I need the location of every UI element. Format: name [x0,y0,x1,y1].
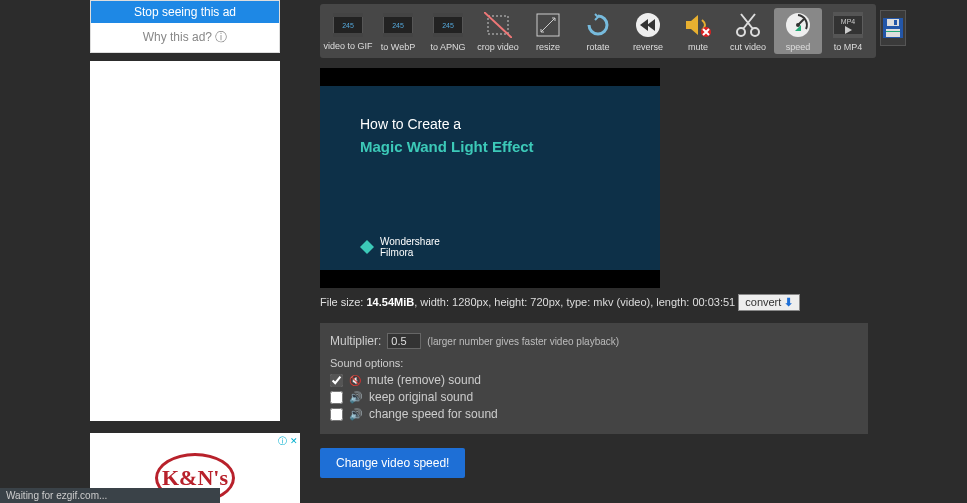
svg-rect-22 [833,12,863,16]
change-speed-sound-checkbox[interactable] [330,408,343,421]
film-icon: 245 [430,10,466,40]
mute-sound-label: mute (remove) sound [367,373,481,387]
svg-rect-27 [894,20,897,25]
svg-text:245: 245 [392,22,404,29]
speed-icon [780,10,816,40]
tool-crop[interactable]: crop video [474,8,522,54]
keep-sound-checkbox[interactable] [330,391,343,404]
svg-rect-5 [383,13,413,17]
tool-to-webp[interactable]: 245 to WebP [374,8,422,54]
ad-placeholder [90,61,280,421]
ad-dismissal-box: Stop seeing this ad Why this ad? ⓘ [90,0,280,53]
svg-rect-23 [833,34,863,38]
file-info: File size: 14.54MiB, width: 1280px, heig… [320,294,880,311]
save-button[interactable] [880,10,906,46]
speaker-icon: 🔊 [349,391,363,404]
options-panel: Multiplier: (larger number gives faster … [320,323,868,434]
tool-to-mp4[interactable]: MP4 to MP4 [824,8,872,54]
svg-rect-10 [433,33,463,37]
change-speed-sound-label: change speed for sound [369,407,498,421]
tool-cut[interactable]: cut video [724,8,772,54]
mute-icon [680,10,716,40]
resize-icon [530,10,566,40]
tool-speed[interactable]: speed [774,8,822,54]
why-this-ad-link[interactable]: Why this ad? ⓘ [91,23,279,52]
keep-sound-label: keep original sound [369,390,473,404]
multiplier-input[interactable] [387,333,421,349]
svg-rect-6 [383,33,413,37]
speaker-mute-icon: 🔇 [349,375,361,386]
svg-text:245: 245 [442,22,454,29]
svg-rect-2 [333,33,363,37]
video-preview[interactable]: How to Create a Magic Wand Light Effect … [320,68,660,288]
tool-reverse[interactable]: reverse [624,8,672,54]
sound-options-label: Sound options: [330,357,858,369]
video-title: How to Create a [360,116,620,132]
speaker-icon: 🔊 [349,408,363,421]
crop-icon [480,10,516,40]
multiplier-label: Multiplier: [330,334,381,348]
status-bar: Waiting for ezgif.com... [0,488,220,503]
video-subtitle: Magic Wand Light Effect [360,138,620,155]
tool-rotate[interactable]: rotate [574,8,622,54]
convert-button[interactable]: convert ⬇ [738,294,800,311]
tool-mute[interactable]: mute [674,8,722,54]
wondershare-logo-icon [360,240,374,254]
film-icon: 245 [380,10,416,40]
film-icon: 245 [330,10,366,40]
multiplier-hint: (larger number gives faster video playba… [427,336,619,347]
wondershare-brand: Wondershare Filmora [380,236,440,258]
save-icon [881,16,905,40]
svg-text:245: 245 [342,22,354,29]
reverse-icon [630,10,666,40]
svg-point-20 [796,23,800,27]
rotate-icon [580,10,616,40]
adchoices-icon[interactable]: ⓘ ✕ [278,435,298,448]
scissors-icon [730,10,766,40]
svg-rect-1 [333,13,363,17]
svg-rect-28 [886,29,900,37]
stop-seeing-ad-button[interactable]: Stop seeing this ad [91,1,279,23]
change-speed-button[interactable]: Change video speed! [320,448,465,478]
tool-to-apng[interactable]: 245 to APNG [424,8,472,54]
svg-rect-29 [886,31,900,32]
mp4-icon: MP4 [830,10,866,40]
mute-sound-checkbox[interactable] [330,374,343,387]
svg-rect-9 [433,13,463,17]
tool-resize[interactable]: resize [524,8,572,54]
svg-rect-26 [887,19,899,26]
tool-video-to-gif[interactable]: 245 video to GIF [324,8,372,54]
tool-toolbar: 245 video to GIF 245 to WebP 245 to APNG… [320,4,876,58]
svg-text:MP4: MP4 [841,18,856,25]
